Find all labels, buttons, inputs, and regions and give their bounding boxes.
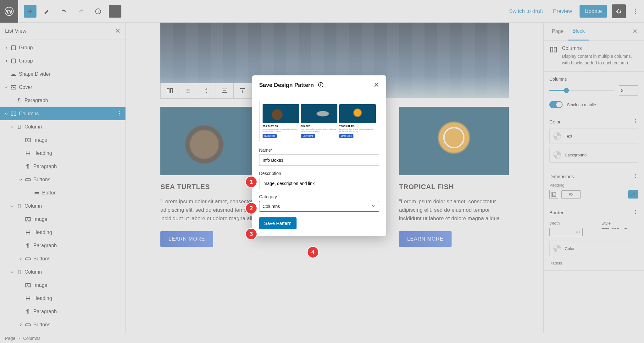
modal-title: Save Design Pattern <box>259 82 314 89</box>
modal-info-icon[interactable] <box>318 82 324 89</box>
annotation-4: 4 <box>308 247 318 258</box>
annotation-1: 1 <box>246 177 257 187</box>
category-select[interactable]: Columns <box>259 201 379 212</box>
save-pattern-button[interactable]: Save Pattern <box>259 217 297 229</box>
description-input[interactable] <box>259 178 379 189</box>
pattern-preview: SEA TURTLESLorem ipsum dolor sit amet co… <box>259 101 379 141</box>
description-label: Description <box>259 171 379 176</box>
name-input[interactable] <box>259 155 379 166</box>
modal-close-button[interactable]: ✕ <box>374 81 379 89</box>
save-pattern-modal: Save Design Pattern ✕ SEA TURTLESLorem i… <box>252 75 386 236</box>
chevron-down-icon <box>371 204 375 208</box>
name-label: Name* <box>259 148 379 153</box>
annotation-3: 3 <box>246 229 257 239</box>
category-label: Category <box>259 194 379 199</box>
annotation-2: 2 <box>246 203 257 214</box>
